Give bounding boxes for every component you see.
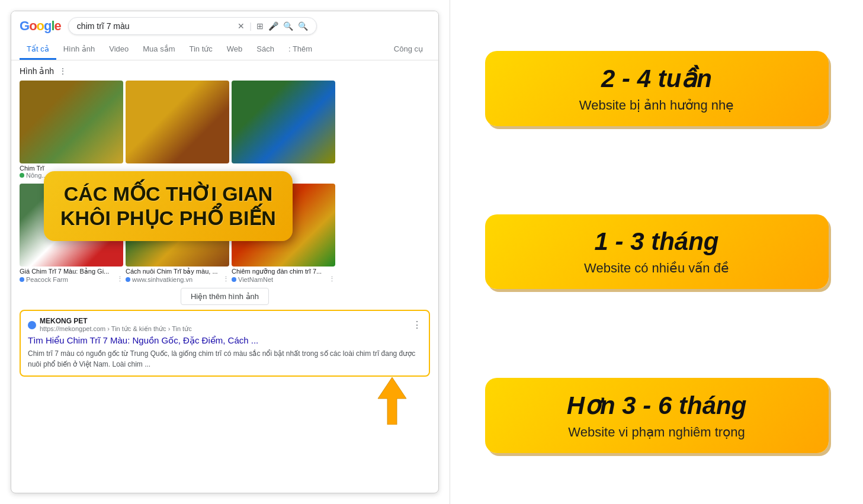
result-source: MEKONG PET https://mekongpet.com › Tin t…	[28, 317, 422, 333]
tab-congcu[interactable]: Công cụ	[387, 40, 430, 60]
images-title: Hình ảnh	[20, 66, 54, 76]
result-menu-icon[interactable]: ⋮	[412, 319, 422, 330]
google-browser: Google chim trĩ 7 màu ✕ | ⊞ 🎤 🔍 🔍 Tất cả	[11, 11, 439, 493]
result-favicon	[28, 321, 36, 329]
search-query: chim trĩ 7 màu	[77, 21, 238, 31]
show-more-button[interactable]: Hiện thêm hình ảnh	[181, 288, 269, 305]
images-header: Hình ảnh ⋮	[20, 66, 430, 76]
card-2-title: 1 - 3 tháng	[503, 227, 811, 256]
tab-muasam[interactable]: Mua sắm	[136, 40, 182, 60]
search-icons: ✕ | ⊞ 🎤 🔍 🔍	[238, 21, 308, 31]
card-1: 2 - 4 tuần Website bị ảnh hưởng nhẹ	[485, 51, 829, 126]
google-logo: Google	[20, 18, 61, 34]
image-item-3[interactable]	[232, 81, 335, 179]
overlay-line2: KHÔI PHỤC PHỔ BIẾN	[60, 206, 276, 230]
tab-tintuc[interactable]: Tin tức	[182, 40, 219, 60]
overlay-badge: CÁC MỐC THỜI GIAN KHÔI PHỤC PHỔ BIẾN	[44, 171, 293, 241]
images-row-1: Chim Trĩ Nông...	[20, 81, 430, 179]
tab-tatca[interactable]: Tất cả	[20, 40, 56, 60]
card-1-desc: Website bị ảnh hưởng nhẹ	[503, 98, 811, 113]
nav-tabs: Tất cả Hình ảnh Video Mua sắm Tin tức We…	[20, 40, 430, 60]
img-caption-6: Chiêm ngưỡng đàn chim trĩ 7...	[232, 268, 335, 275]
img-caption-4: Giá Chim Trĩ 7 Màu: Bảng Gi...	[20, 268, 123, 275]
google-header: Google chim trĩ 7 màu ✕ | ⊞ 🎤 🔍 🔍 Tất cả	[11, 11, 438, 60]
overlay-line1: CÁC MỐC THỜI GIAN	[60, 182, 276, 206]
separator: |	[249, 21, 252, 31]
image-item-1[interactable]: Chim Trĩ Nông...	[20, 81, 123, 179]
card-2: 1 - 3 tháng Website có nhiều vấn đề	[485, 214, 829, 289]
result-title[interactable]: Tìm Hiểu Chim Trĩ 7 Màu: Nguồn Gốc, Đặc …	[28, 335, 422, 346]
images-menu-icon[interactable]: ⋮	[59, 66, 67, 76]
card-1-title: 2 - 4 tuần	[503, 64, 811, 93]
keyboard-icon[interactable]: ⊞	[256, 21, 264, 31]
img-source-4: Peacock Farm ⋮	[20, 275, 123, 283]
card-2-desc: Website có nhiều vấn đề	[503, 261, 811, 276]
bird-image-3	[232, 81, 335, 163]
tab-hinhanh[interactable]: Hình ảnh	[56, 40, 102, 60]
tab-them[interactable]: : Thêm	[281, 40, 319, 60]
bird-image-1	[20, 81, 123, 163]
image-item-2[interactable]	[126, 81, 229, 179]
right-panel: 2 - 4 tuần Website bị ảnh hưởng nhẹ 1 - …	[450, 0, 863, 504]
tab-sach[interactable]: Sách	[249, 40, 281, 60]
svg-marker-0	[378, 377, 406, 425]
tab-video[interactable]: Video	[102, 40, 136, 60]
tab-web[interactable]: Web	[220, 40, 250, 60]
search-button-icon[interactable]: 🔍	[298, 21, 308, 31]
clear-icon[interactable]: ✕	[238, 21, 245, 31]
bird-image-2	[126, 81, 229, 163]
card-3: Hơn 3 - 6 tháng Website vi phạm nghiêm t…	[485, 378, 829, 453]
result-snippet: Chim trĩ 7 màu có nguồn gốc từ Trung Quố…	[28, 348, 422, 370]
lens-icon[interactable]: 🔍	[283, 21, 293, 31]
img-source-5: www.sinhvatkieng.vn ⋮	[126, 275, 229, 283]
card-3-title: Hơn 3 - 6 tháng	[503, 391, 811, 420]
img-caption-5: Cách nuôi Chim Trĩ bảy màu, ...	[126, 268, 229, 275]
show-more-button-container: Hiện thêm hình ảnh	[20, 288, 430, 305]
card-3-desc: Website vi phạm nghiêm trọng	[503, 425, 811, 440]
search-bar[interactable]: chim trĩ 7 màu ✕ | ⊞ 🎤 🔍 🔍	[68, 17, 317, 35]
result-site-name: MEKONG PET	[40, 317, 192, 325]
result-url: https://mekongpet.com › Tin tức & kiến t…	[40, 325, 192, 333]
mic-icon[interactable]: 🎤	[268, 21, 278, 31]
img-source-6: VietNamNet ⋮	[232, 275, 335, 283]
search-result: MEKONG PET https://mekongpet.com › Tin t…	[20, 310, 430, 377]
left-panel: Google chim trĩ 7 màu ✕ | ⊞ 🎤 🔍 🔍 Tất cả	[0, 0, 450, 504]
